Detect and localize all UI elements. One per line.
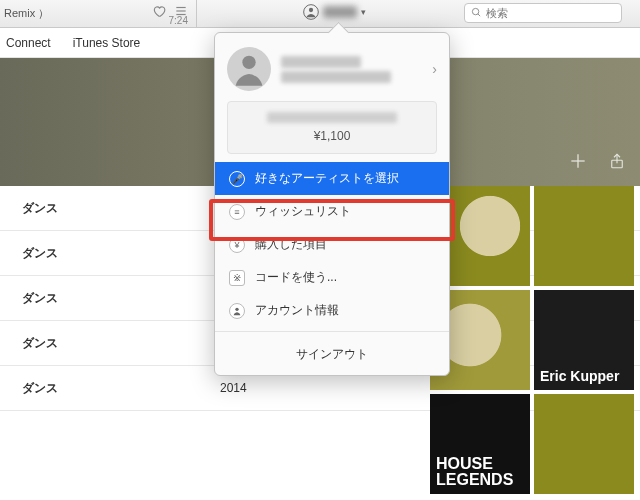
menu-item-label: 購入した項目 xyxy=(255,236,327,253)
cell-genre: ダンス xyxy=(0,290,220,307)
track-duration: 7:24 xyxy=(169,15,188,26)
menu-item-label: ウィッシュリスト xyxy=(255,203,351,220)
menu-item-wishlist[interactable]: ≡ ウィッシュリスト xyxy=(215,195,449,228)
album-tile[interactable] xyxy=(534,186,634,286)
credit-balance: ¥1,100 xyxy=(236,129,428,143)
menu-item-label: コードを使う... xyxy=(255,269,337,286)
album-title-line1: HOUSE xyxy=(436,456,493,472)
album-grid: Eric Kupper HOUSE LEGENDS xyxy=(430,186,640,494)
tab-itunes-store[interactable]: iTunes Store xyxy=(73,36,141,50)
cell-year: 2014 xyxy=(220,381,310,395)
love-icon[interactable] xyxy=(152,4,166,22)
chevron-right-icon: › xyxy=(432,61,437,77)
search-icon xyxy=(471,7,482,20)
account-name-block xyxy=(281,53,422,86)
chevron-down-icon: ▾ xyxy=(361,7,366,17)
album-title-line2: LEGENDS xyxy=(436,472,513,488)
list-icon: ≡ xyxy=(229,204,245,220)
code-icon: ※ xyxy=(229,270,245,286)
person-circle-icon xyxy=(303,4,319,20)
album-artist-label: Eric Kupper xyxy=(540,368,619,384)
account-popover: › ¥1,100 🎤 好きなアーティストを選択 ≡ ウィッシュリスト ¥ 購入し… xyxy=(214,32,450,376)
now-playing-title: Remix ） xyxy=(4,6,49,21)
menu-item-label: 好きなアーティストを選択 xyxy=(255,170,399,187)
credit-label-blurred xyxy=(267,112,397,123)
account-menu-button[interactable]: xxxx ▾ xyxy=(303,4,366,20)
search-field[interactable] xyxy=(464,3,622,23)
share-icon[interactable] xyxy=(608,151,626,176)
svg-point-5 xyxy=(472,8,478,14)
cell-genre: ダンス xyxy=(0,245,220,262)
menu-item-favorite-artists[interactable]: 🎤 好きなアーティストを選択 xyxy=(215,162,449,195)
search-input[interactable] xyxy=(486,7,624,19)
account-menu-list: 🎤 好きなアーティストを選択 ≡ ウィッシュリスト ¥ 購入した項目 ※ コード… xyxy=(215,162,449,371)
cell-genre: ダンス xyxy=(0,380,220,397)
cell-genre: ダンス xyxy=(0,200,220,217)
credit-card[interactable]: ¥1,100 xyxy=(227,101,437,154)
title-bar: Remix ） 7:24 xxxx ▾ xyxy=(0,0,640,28)
microphone-icon: 🎤 xyxy=(229,171,245,187)
svg-point-4 xyxy=(309,8,313,12)
album-tile[interactable]: HOUSE LEGENDS xyxy=(430,394,530,494)
menu-item-redeem[interactable]: ※ コードを使う... xyxy=(215,261,449,294)
yen-icon: ¥ xyxy=(229,237,245,253)
svg-point-10 xyxy=(242,56,255,69)
account-header[interactable]: › xyxy=(215,33,449,101)
account-name-blurred: xxxx xyxy=(323,6,357,18)
tab-connect[interactable]: Connect xyxy=(6,36,51,50)
album-tile[interactable] xyxy=(534,394,634,494)
svg-line-6 xyxy=(478,13,480,15)
menu-separator xyxy=(215,331,449,332)
menu-item-purchased[interactable]: ¥ 購入した項目 xyxy=(215,228,449,261)
add-icon[interactable] xyxy=(568,151,588,176)
menu-item-account-info[interactable]: アカウント情報 xyxy=(215,294,449,327)
toolbar-separator xyxy=(196,0,197,27)
album-tile[interactable]: Eric Kupper xyxy=(534,290,634,390)
menu-item-label: アカウント情報 xyxy=(255,302,339,319)
cell-genre: ダンス xyxy=(0,335,220,352)
avatar xyxy=(227,47,271,91)
menu-item-signout[interactable]: サインアウト xyxy=(215,336,449,371)
svg-point-11 xyxy=(235,307,238,310)
person-icon xyxy=(229,303,245,319)
